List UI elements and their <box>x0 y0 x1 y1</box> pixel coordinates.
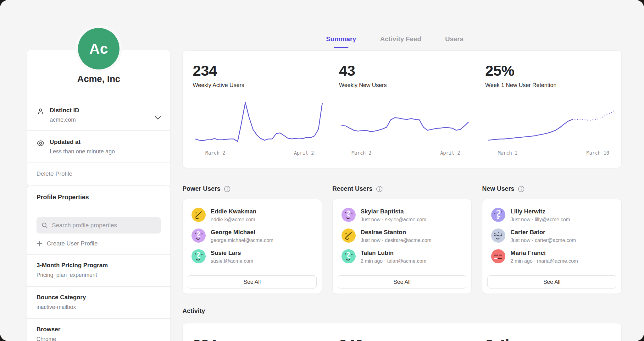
user-name: George Michael <box>211 229 273 236</box>
tab-bar: Summary Activity Feed Users <box>168 35 622 48</box>
search-profile-properties-input[interactable] <box>51 222 156 229</box>
user-subtitle: 2 min ago · talan@acme.com <box>361 258 426 264</box>
chevron-down-icon[interactable] <box>155 115 161 119</box>
info-icon[interactable] <box>224 186 230 192</box>
company-avatar-initials: Ac <box>89 40 108 57</box>
user-row[interactable]: Carter Bator Just now · carter@acme.com <box>482 228 621 249</box>
profile-properties-title: Profile Properties <box>27 186 170 209</box>
tab-label: Summary <box>326 35 356 42</box>
user-avatar <box>341 249 356 263</box>
app-window: Ac Acme, Inc Distinct ID acme.com <box>0 0 644 341</box>
user-name: Talan Lubin <box>361 250 426 256</box>
x-tick: March 2 <box>352 150 371 156</box>
user-name: Skylar Baptista <box>361 208 426 215</box>
stat-weekly-active-users: 234 Weekly Active Users March 2 April 2 <box>183 51 329 168</box>
property-value: inactive-mailbox <box>36 304 161 311</box>
field-text: Updated at Less than one minute ago <box>50 139 115 155</box>
user-row[interactable]: Lilly Herwitz Just now · lilly@acme.com <box>482 208 621 228</box>
stat-label: Week 1 New User Retention <box>485 82 621 89</box>
main-content: Summary Activity Feed Users 234 Weekly A… <box>182 0 622 341</box>
retention-chart <box>485 95 617 148</box>
summary-stats-card: 234 Weekly Active Users March 2 April 2 … <box>182 50 622 168</box>
divider <box>27 209 170 209</box>
user-name: Eddie Kwakman <box>211 208 257 215</box>
user-sections: Power Users Eddie Kwakman eddie.k@acme.c… <box>182 183 622 294</box>
see-all-button[interactable]: See All <box>487 275 616 289</box>
recent-users-section: Recent Users Skylar Baptista Just now · … <box>332 183 472 294</box>
user-row[interactable]: Maria Franci 2 min ago · maria@acme.com <box>482 249 621 270</box>
property-row[interactable]: 3-Month Pricing Program Pricing_plan_exp… <box>27 255 170 286</box>
user-row[interactable]: Desirae Stanton Just now · desirare@acme… <box>333 228 472 249</box>
user-avatar <box>341 208 356 222</box>
property-name: 3-Month Pricing Program <box>36 262 161 269</box>
user-avatar <box>491 228 505 243</box>
x-tick: March 2 <box>498 150 518 156</box>
activity-stat-value: 234 <box>193 336 329 341</box>
user-avatar <box>491 208 505 222</box>
weekly-new-users-chart <box>339 95 471 148</box>
tab-activity-feed[interactable]: Activity Feed <box>380 35 421 48</box>
user-avatar <box>192 228 206 243</box>
power-users-card: Eddie Kwakman eddie.k@acme.com George Mi… <box>182 199 322 294</box>
profile-properties-card: Profile Properties Create User Profile 3… <box>27 185 171 341</box>
field-updated-at: Updated at Less than one minute ago <box>27 131 170 162</box>
see-all-button[interactable]: See All <box>338 275 467 289</box>
recent-users-card: Skylar Baptista Just now · skyler@acme.c… <box>332 199 472 294</box>
user-subtitle: eddie.k@acme.com <box>211 217 257 223</box>
user-row[interactable]: Talan Lubin 2 min ago · talan@acme.com <box>333 249 472 270</box>
property-value: Chrome <box>36 336 161 341</box>
property-name: Browser <box>36 326 161 333</box>
x-tick: April 2 <box>294 150 314 156</box>
user-avatar <box>192 208 206 222</box>
stat-label: Weekly Active Users <box>193 82 329 89</box>
activity-stat-value: 3.4k <box>485 336 621 341</box>
user-subtitle: susie.l@acme.com <box>211 258 253 264</box>
stat-value: 25% <box>485 62 621 79</box>
tab-summary[interactable]: Summary <box>326 35 356 48</box>
activity-stat: 940 <box>329 323 475 341</box>
section-header: Power Users <box>182 183 322 194</box>
user-subtitle: Just now · desirare@acme.com <box>361 238 431 243</box>
x-axis-ticks: March 2 March 10 <box>485 150 621 157</box>
section-title: Power Users <box>182 185 220 192</box>
section-title: New Users <box>482 185 514 192</box>
tab-label: Activity Feed <box>380 35 421 42</box>
x-tick: March 10 <box>586 150 609 156</box>
user-name: Desirae Stanton <box>361 229 431 236</box>
tab-users[interactable]: Users <box>445 35 464 48</box>
company-avatar: Ac <box>78 28 119 69</box>
user-subtitle: Just now · skyler@acme.com <box>361 217 426 223</box>
info-icon[interactable] <box>376 186 383 192</box>
field-label: Updated at <box>50 139 115 146</box>
delete-profile-button[interactable]: Delete Profile <box>27 162 170 186</box>
property-row[interactable]: Browser Chrome <box>27 319 170 341</box>
eye-icon <box>36 139 45 147</box>
user-name: Susie Lars <box>211 250 253 256</box>
activity-stat-value: 940 <box>339 336 475 341</box>
user-subtitle: 2 min ago · maria@acme.com <box>510 258 578 264</box>
section-header: New Users <box>482 183 622 194</box>
section-header: Recent Users <box>332 183 472 194</box>
see-all-button[interactable]: See All <box>188 275 317 289</box>
search-box[interactable] <box>36 217 161 234</box>
field-value: Less than one minute ago <box>50 148 115 155</box>
property-row[interactable]: Bounce Category inactive-mailbox <box>27 287 170 318</box>
user-avatar <box>491 249 505 263</box>
user-row[interactable]: George Michael george.michael@acme.com <box>183 228 322 249</box>
create-user-profile-button[interactable]: Create User Profile <box>36 240 161 247</box>
user-row[interactable]: Susie Lars susie.l@acme.com <box>183 249 322 270</box>
activity-card: 234 940 3.4k <box>182 323 622 341</box>
user-subtitle: Just now · lilly@acme.com <box>510 217 570 223</box>
create-user-profile-label: Create User Profile <box>47 240 98 247</box>
plus-icon <box>36 240 43 247</box>
tab-label: Users <box>445 35 464 42</box>
field-label: Distinct ID <box>50 107 79 114</box>
activity-title: Activity <box>182 307 205 315</box>
user-row[interactable]: Eddie Kwakman eddie.k@acme.com <box>183 208 322 228</box>
info-icon[interactable] <box>518 186 525 192</box>
stat-value: 234 <box>193 62 329 79</box>
user-row[interactable]: Skylar Baptista Just now · skyler@acme.c… <box>333 208 472 228</box>
stat-value: 43 <box>339 62 475 79</box>
power-users-section: Power Users Eddie Kwakman eddie.k@acme.c… <box>182 183 322 294</box>
new-users-card: Lilly Herwitz Just now · lilly@acme.com … <box>482 199 622 294</box>
